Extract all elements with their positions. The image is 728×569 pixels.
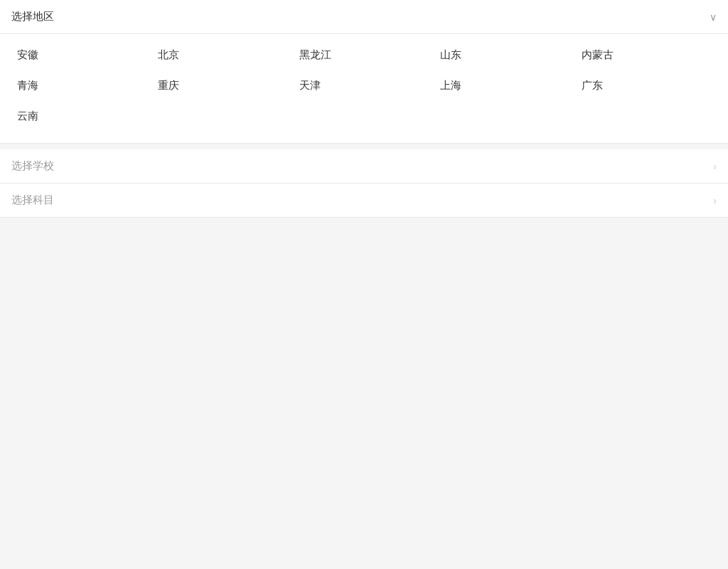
region-item-qinghai[interactable]: 青海 [11,70,152,101]
region-item-anhui[interactable]: 安徽 [11,40,152,70]
region-item-shanghai[interactable]: 上海 [434,70,575,101]
region-item-chongqing[interactable]: 重庆 [152,70,293,101]
chevron-down-icon: ∨ [710,11,717,23]
divider-1 [0,144,728,149]
region-item-neimenggu[interactable]: 内蒙古 [576,40,717,70]
region-selector-label: 选择地区 [11,10,54,23]
region-item-tianjin[interactable]: 天津 [294,70,434,101]
region-item-heilongjiang[interactable]: 黑龙江 [294,40,434,70]
region-item-shandong[interactable]: 山东 [434,40,575,70]
bottom-empty-area [0,218,728,569]
region-grid: 安徽 北京 黑龙江 山东 内蒙古 青海 重庆 天津 上海 广东 云南 [0,34,728,143]
region-item-beijing[interactable]: 北京 [152,40,293,70]
subject-selector-row[interactable]: 选择科目 › [0,184,728,218]
region-selector-header[interactable]: 选择地区 ∨ [0,0,728,34]
school-selector-label: 选择学校 [11,159,54,173]
region-item-guangdong[interactable]: 广东 [576,70,717,101]
subject-selector-label: 选择科目 [11,193,54,207]
chevron-right-icon-school: › [713,161,717,172]
school-selector-row[interactable]: 选择学校 › [0,149,728,184]
region-item-yunnan[interactable]: 云南 [11,101,152,132]
chevron-right-icon-subject: › [713,195,717,206]
